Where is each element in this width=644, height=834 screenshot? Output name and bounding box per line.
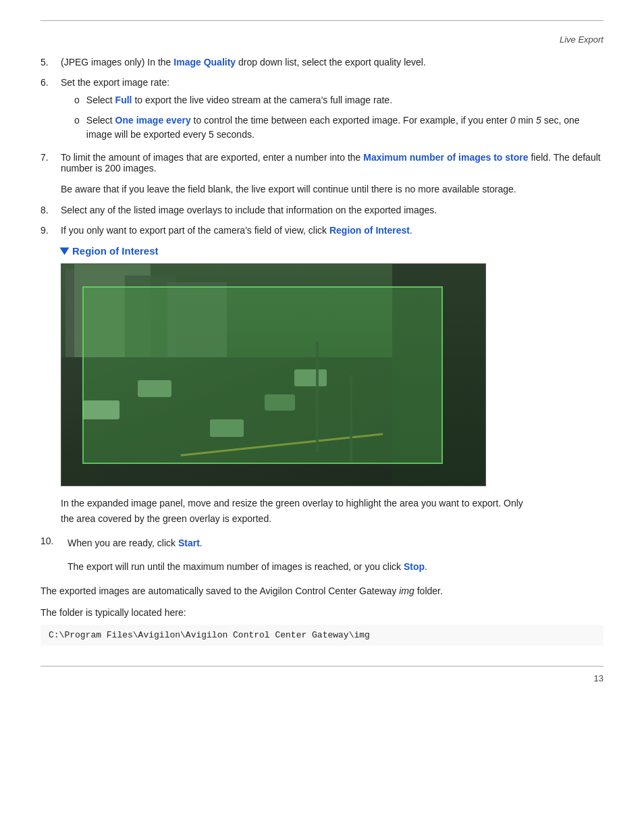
image-quality-link[interactable]: Image Quality: [173, 57, 236, 68]
step-10: 10. When you are ready, click Start.: [41, 536, 603, 550]
sub-bullet-b: o: [74, 113, 80, 128]
region-of-interest-link[interactable]: Region of Interest: [329, 225, 410, 236]
sub-a-suffix: to export the live video stream at the c…: [132, 95, 393, 105]
final-para: The exported images are automatically sa…: [41, 583, 603, 598]
caption-content: In the expanded image panel, move and re…: [61, 498, 523, 523]
sub-b-content: Select One image every to control the ti…: [86, 113, 603, 142]
step-6-text: Set the export image rate:: [61, 77, 169, 88]
header-title: Live Export: [560, 34, 603, 45]
step-10-before: When you are ready, click: [68, 538, 178, 548]
step-6-num: 6.: [41, 77, 61, 148]
sub-a-prefix: Select: [86, 95, 115, 105]
step-6-sub-b: o Select One image every to control the …: [61, 113, 603, 142]
camera-image: [61, 263, 486, 486]
bottom-rule: [41, 666, 603, 667]
step-7-content: To limit the amount of images that are e…: [61, 152, 603, 174]
green-overlay: [82, 286, 443, 463]
step-6-sub-a: o Select Full to export the live video s…: [61, 93, 603, 108]
start-link[interactable]: Start: [178, 538, 200, 548]
region-heading-text: Region of Interest: [72, 245, 159, 257]
step-8: 8. Select any of the listed image overla…: [41, 205, 603, 215]
step-5-text-before: (JPEG images only) In the: [61, 57, 173, 68]
step-10-sub: The export will run until the maximum nu…: [68, 559, 603, 574]
step-5-content: (JPEG images only) In the Image Quality …: [61, 57, 603, 68]
step-6-sublist: o Select Full to export the live video s…: [61, 93, 603, 142]
step-9-num: 9.: [41, 225, 61, 236]
step-10-num: 10.: [41, 536, 68, 550]
step-10-sub-after: .: [425, 561, 427, 572]
sub-bullet-a: o: [74, 93, 80, 108]
step-7-num: 7.: [41, 152, 61, 174]
step-9-text-before: If you only want to export part of the c…: [61, 225, 329, 236]
step-5: 5. (JPEG images only) In the Image Quali…: [41, 57, 603, 68]
step-8-content: Select any of the listed image overlays …: [61, 205, 603, 215]
page-header: Live Export: [41, 34, 603, 45]
final-text-end: folder.: [414, 585, 443, 596]
step-5-num: 5.: [41, 57, 61, 68]
top-rule: [41, 20, 603, 21]
page-container: Live Export 5. (JPEG images only) In the…: [0, 0, 644, 834]
max-images-link[interactable]: Maximum number of images to store: [363, 152, 528, 163]
final-italic: img: [399, 585, 414, 596]
sub-b-suffix: to control the time between each exporte…: [191, 115, 510, 126]
stop-link[interactable]: Stop: [404, 561, 425, 572]
step-9-content: If you only want to export part of the c…: [61, 225, 603, 236]
step-10-after: .: [200, 538, 203, 548]
caption-text: In the expanded image panel, move and re…: [61, 496, 533, 526]
step-6-content: Set the export image rate: o Select Full…: [61, 77, 603, 148]
sub-b-mid: min: [516, 115, 536, 126]
region-of-interest-heading: Region of Interest: [61, 245, 603, 257]
step-9-text-after: .: [410, 225, 412, 236]
step-8-num: 8.: [41, 205, 61, 215]
step-7: 7. To limit the amount of images that ar…: [41, 152, 603, 174]
step-7-text-before: To limit the amount of images that are e…: [61, 152, 363, 163]
content-body: 5. (JPEG images only) In the Image Quali…: [41, 57, 603, 646]
step-9: 9. If you only want to export part of th…: [41, 225, 603, 236]
one-image-every-link[interactable]: One image every: [115, 115, 191, 126]
step-7-extra: Be aware that if you leave the field bla…: [61, 182, 603, 197]
sub-b-prefix: Select: [86, 115, 115, 126]
sub-a-content: Select Full to export the live video str…: [86, 93, 603, 108]
triangle-icon: [60, 247, 70, 255]
sub-b-italic2: 5: [536, 115, 541, 126]
page-number: 13: [594, 673, 603, 683]
sub-b-italic: 0: [510, 115, 516, 126]
step-5-text-after: drop down list, select the export qualit…: [236, 57, 426, 68]
street-scene: [61, 264, 485, 486]
full-link[interactable]: Full: [115, 95, 132, 105]
folder-label: The folder is typically located here:: [41, 605, 603, 620]
final-text-before: The exported images are automatically sa…: [41, 585, 399, 596]
step-10-content: When you are ready, click Start.: [68, 536, 603, 550]
step-6: 6. Set the export image rate: o Select F…: [41, 77, 603, 148]
step-10-sub-before: The export will run until the maximum nu…: [68, 561, 404, 572]
code-path: C:\Program Files\Avigilon\Avigilon Contr…: [41, 625, 603, 646]
page-footer: 13: [41, 673, 603, 683]
